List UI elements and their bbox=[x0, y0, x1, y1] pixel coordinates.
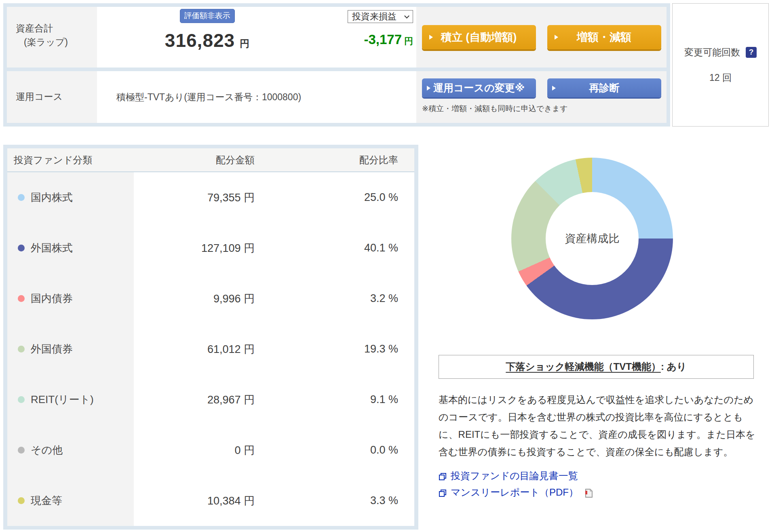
fund-category-cell: 外国株式 bbox=[7, 223, 134, 273]
course-description: 基本的にはリスクをある程度見込んで収益性を追求したいあなたのためのコースです。日… bbox=[439, 391, 758, 460]
table-row: 外国債券61,012 円19.3 % bbox=[7, 324, 414, 374]
table-row: 国内株式79,355 円25.0 % bbox=[7, 172, 414, 223]
arrow-right-icon bbox=[555, 35, 558, 40]
change-count-label: 変更可能回数 bbox=[684, 46, 740, 59]
allocation-section: 投資ファンド分類 配分金額 配分比率 国内株式79,355 円25.0 %外国株… bbox=[3, 145, 769, 530]
table-row: REIT(リート)28,967 円9.1 % bbox=[7, 374, 414, 425]
pl-value: -3,177 bbox=[364, 32, 402, 47]
rediagnosis-button[interactable]: 再診断 bbox=[547, 78, 661, 97]
table-row: その他0 円0.0 % bbox=[7, 425, 414, 475]
fund-category-label: 現金等 bbox=[31, 494, 62, 508]
pl-period-selected-value: 投資来損益 bbox=[352, 11, 397, 23]
asset-total-label-cell: 資産合計 (楽ラップ) bbox=[7, 7, 97, 68]
fund-category-label: その他 bbox=[31, 443, 63, 457]
fund-category-cell: 国内株式 bbox=[7, 172, 134, 223]
pl-period-select[interactable]: 投資来損益 bbox=[348, 10, 413, 23]
table-row: 国内債券9,996 円3.2 % bbox=[7, 273, 414, 324]
fund-table-body: 国内株式79,355 円25.0 %外国株式127,109 円40.1 %国内債… bbox=[7, 172, 414, 526]
window-icon bbox=[439, 489, 447, 497]
allocation-amount-value: 9,996 円 bbox=[134, 291, 266, 306]
fund-category-label: 外国株式 bbox=[31, 241, 73, 255]
allocation-amount-header: 配分金額 bbox=[134, 154, 266, 167]
category-color-dot bbox=[18, 295, 25, 302]
allocation-ratio-value: 40.1 % bbox=[266, 242, 414, 254]
total-asset-unit: 円 bbox=[240, 38, 249, 49]
allocation-amount-value: 0 円 bbox=[134, 443, 266, 458]
allocation-ratio-header: 配分比率 bbox=[266, 154, 414, 167]
donut-center-label: 資産構成比 bbox=[546, 192, 639, 285]
allocation-amount-value: 127,109 円 bbox=[134, 241, 266, 255]
allocation-amount-value: 61,012 円 bbox=[134, 342, 266, 357]
chevron-down-icon bbox=[404, 13, 409, 19]
fund-category-label: 国内株式 bbox=[31, 190, 73, 205]
arrow-right-icon bbox=[429, 35, 433, 40]
tsumitate-button[interactable]: 積立 (自動増額) bbox=[422, 25, 536, 49]
asset-summary-table: 資産合計 (楽ラップ) 評価額非表示 316,823円 投資来損益 -3, bbox=[3, 3, 670, 127]
tvt-feature-status: : あり bbox=[661, 361, 687, 372]
asset-composition-chart: 資産構成比 bbox=[511, 158, 673, 319]
course-change-button-label: 運用コースの変更※ bbox=[433, 81, 525, 95]
allocation-amount-value: 79,355 円 bbox=[134, 190, 266, 205]
help-icon[interactable]: ? bbox=[746, 47, 757, 58]
category-color-dot bbox=[18, 447, 25, 454]
monthly-report-link[interactable]: マンスリーレポート（PDF） bbox=[451, 486, 578, 499]
category-color-dot bbox=[18, 396, 25, 403]
arrow-right-icon bbox=[427, 86, 430, 91]
tsumitate-button-label: 積立 (自動増額) bbox=[441, 30, 517, 44]
fund-category-cell: 外国債券 bbox=[7, 324, 134, 374]
allocation-ratio-value: 9.1 % bbox=[266, 393, 414, 406]
fund-category-cell: 国内債券 bbox=[7, 273, 134, 324]
tvt-feature-box: 下落ショック軽減機能（TVT機能）: あり bbox=[439, 355, 754, 379]
portfolio-detail-column: 資産構成比 下落ショック軽減機能（TVT機能）: あり 基本的にはリスクをある程… bbox=[418, 145, 769, 530]
hide-valuation-badge[interactable]: 評価額非表示 bbox=[180, 9, 235, 23]
allocation-ratio-value: 25.0 % bbox=[266, 191, 414, 204]
allocation-ratio-value: 19.3 % bbox=[266, 343, 414, 355]
zogaku-button-label: 増額・減額 bbox=[577, 30, 631, 44]
fund-category-label: REIT(リート) bbox=[31, 393, 94, 407]
category-color-dot bbox=[18, 346, 25, 353]
window-icon bbox=[439, 473, 447, 481]
summary-section: 資産合計 (楽ラップ) 評価額非表示 316,823円 投資来損益 -3, bbox=[3, 3, 769, 127]
table-row: 現金等10,384 円3.3 % bbox=[7, 475, 414, 526]
fund-category-header: 投資ファンド分類 bbox=[7, 154, 134, 167]
fund-category-label: 国内債券 bbox=[31, 291, 73, 306]
course-label-cell: 運用コース bbox=[7, 71, 97, 123]
arrow-right-icon bbox=[552, 86, 556, 91]
total-asset-value: 316,823 bbox=[165, 30, 235, 51]
allocation-amount-value: 28,967 円 bbox=[134, 393, 266, 407]
fund-category-label: 外国債券 bbox=[31, 342, 73, 356]
simultaneous-application-note: ※積立・増額・減額も同時に申込できます bbox=[422, 103, 568, 114]
fund-category-cell: 現金等 bbox=[7, 475, 134, 526]
fund-category-cell: REIT(リート) bbox=[7, 374, 134, 425]
allocation-ratio-value: 3.3 % bbox=[266, 494, 414, 507]
fund-table-header: 投資ファンド分類 配分金額 配分比率 bbox=[7, 148, 414, 171]
category-color-dot bbox=[18, 194, 25, 201]
course-label: 運用コース bbox=[16, 90, 97, 103]
course-value: 積極型-TVTあり(運用コース番号：1000800) bbox=[116, 91, 301, 103]
total-asset-amount: 316,823円 bbox=[165, 30, 249, 51]
asset-total-label: 資産合計 bbox=[16, 21, 97, 35]
rediagnosis-button-label: 再診断 bbox=[589, 81, 620, 95]
fund-category-cell: その他 bbox=[7, 425, 134, 475]
allocation-amount-value: 10,384 円 bbox=[134, 494, 266, 508]
pl-unit: 円 bbox=[404, 36, 413, 46]
asset-total-sublabel: (楽ラップ) bbox=[16, 35, 97, 49]
category-color-dot bbox=[18, 497, 25, 504]
table-row: 外国株式127,109 円40.1 % bbox=[7, 223, 414, 273]
fund-allocation-table: 投資ファンド分類 配分金額 配分比率 国内株式79,355 円25.0 %外国株… bbox=[3, 145, 418, 530]
allocation-ratio-value: 3.2 % bbox=[266, 292, 414, 305]
zogaku-gengaku-button[interactable]: 増額・減額 bbox=[547, 25, 661, 49]
category-color-dot bbox=[18, 245, 25, 251]
allocation-ratio-value: 0.0 % bbox=[266, 444, 414, 456]
tvt-feature-title: 下落ショック軽減機能（TVT機能） bbox=[506, 361, 661, 372]
change-count-value: 12 回 bbox=[709, 72, 732, 84]
pl-amount: -3,177円 bbox=[364, 32, 413, 47]
change-count-panel: 変更可能回数 ? 12 回 bbox=[672, 3, 769, 127]
pdf-icon bbox=[584, 488, 593, 498]
course-change-button[interactable]: 運用コースの変更※ bbox=[422, 78, 536, 97]
prospectus-link[interactable]: 投資ファンドの目論見書一覧 bbox=[451, 469, 578, 482]
